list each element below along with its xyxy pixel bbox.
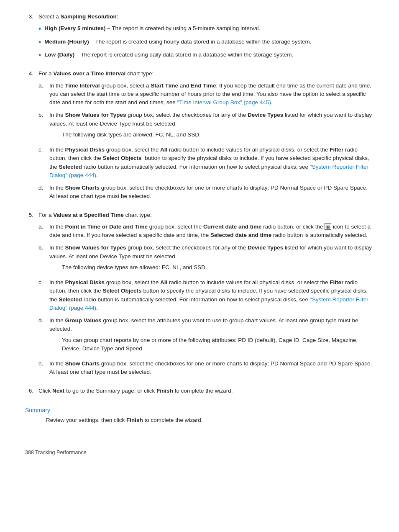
sub-label: c. xyxy=(38,278,45,312)
sub-content: In the Time Interval group box, select a… xyxy=(49,82,374,107)
summary-heading: Summary xyxy=(25,407,374,414)
list-item-6: 6. Click Next to go to the Summary page,… xyxy=(25,387,374,395)
sub-content: In the Show Values for Types group box, … xyxy=(49,111,374,141)
list-item-3: 3. Select a Sampling Resolution: • High … xyxy=(25,13,374,64)
sub-content: In the Show Values for Types group box, … xyxy=(49,244,374,274)
list-content-6: Click Next to go to the Summary page, or… xyxy=(38,387,374,395)
sub-content: In the Physical Disks group box, select … xyxy=(49,146,374,180)
list-num-4: 4. xyxy=(25,69,33,205)
list-content-4: For a Values over a Time Interval chart … xyxy=(38,69,374,205)
sub-content: In the Physical Disks group box, select … xyxy=(49,278,374,312)
list-content-5: For a Values at a Specified Time chart t… xyxy=(38,211,374,381)
list-num-3: 3. xyxy=(25,13,33,64)
item4-subitems: a. In the Time Interval group box, selec… xyxy=(38,82,374,201)
sub-label: b. xyxy=(38,244,45,274)
item5b-extra: The following device types are allowed: … xyxy=(62,263,374,272)
list-item-5: 5. For a Values at a Specified Time char… xyxy=(25,211,374,381)
sub-label: e. xyxy=(38,360,45,377)
item5-intro: For a Values at a Specified Time chart t… xyxy=(38,212,152,218)
bullet-icon: • xyxy=(38,38,41,47)
list-item: e. In the Show Charts group box, select … xyxy=(38,360,374,377)
summary-body: Review your settings, then click Finish … xyxy=(46,416,374,424)
list-num-6: 6. xyxy=(25,387,33,395)
sub-label: a. xyxy=(38,223,45,240)
item5b-text: In the Show Values for Types group box, … xyxy=(49,244,372,259)
list-content-3: Select a Sampling Resolution: • High (Ev… xyxy=(38,13,374,64)
item3-intro: Select a Sampling Resolution: xyxy=(38,13,118,20)
time-interval-link[interactable]: "Time Interval Group Box" (page 445) xyxy=(177,99,271,105)
item6-text: Click Next to go to the Summary page, or… xyxy=(38,388,233,394)
sub-label: b. xyxy=(38,111,45,141)
sub-label: d. xyxy=(38,184,45,201)
page-footer: 388 Tracking Performance xyxy=(25,450,374,455)
list-num-5: 5. xyxy=(25,211,33,381)
item4b-text: In the Show Values for Types group box, … xyxy=(49,112,372,126)
summary-section: Summary Review your settings, then click… xyxy=(25,407,374,424)
list-item: • Medium (Hourly) – The report is create… xyxy=(38,38,374,47)
bullet-icon: • xyxy=(38,24,41,34)
item4b-extra: The following disk types are allowed: FC… xyxy=(62,131,374,139)
list-item: • High (Every 5 minutes) – The report is… xyxy=(38,24,374,34)
sub-content: In the Point in Time or Date and Time gr… xyxy=(49,223,374,240)
item4-intro: For a Values over a Time Interval chart … xyxy=(38,70,153,77)
sampling-resolution-bullets: • High (Every 5 minutes) – The report is… xyxy=(38,24,374,60)
item5-subitems: a. In the Point in Time or Date and Time… xyxy=(38,223,374,377)
sub-label: c. xyxy=(38,146,45,180)
item5d-text: In the Group Values group box, select th… xyxy=(49,317,358,332)
bullet-text: Low (Daily) – The report is created usin… xyxy=(44,51,374,60)
list-item-4: 4. For a Values over a Time Interval cha… xyxy=(25,69,374,205)
system-reporter-filter-link-4c[interactable]: "System Reporter Filter Dialog" (page 44… xyxy=(49,164,368,178)
list-item: a. In the Time Interval group box, selec… xyxy=(38,82,374,107)
list-item: c. In the Physical Disks group box, sele… xyxy=(38,146,374,180)
system-reporter-filter-link-5c[interactable]: "System Reporter Filter Dialog" (page 44… xyxy=(49,296,368,311)
list-item: b. In the Show Values for Types group bo… xyxy=(38,111,374,141)
list-item: d. In the Group Values group box, select… xyxy=(38,316,374,355)
footer-text: 388 Tracking Performance xyxy=(25,450,87,455)
calendar-icon: ▦ xyxy=(325,223,331,230)
sub-label: d. xyxy=(38,316,45,355)
list-item: a. In the Point in Time or Date and Time… xyxy=(38,223,374,240)
list-item: d. In the Show Charts group box, select … xyxy=(38,184,374,201)
list-item: b. In the Show Values for Types group bo… xyxy=(38,244,374,274)
list-item: c. In the Physical Disks group box, sele… xyxy=(38,278,374,312)
bullet-icon: • xyxy=(38,51,41,60)
bullet-text: Medium (Hourly) – The report is created … xyxy=(44,38,374,47)
item5d-extra: You can group chart reports by one or mo… xyxy=(62,336,374,353)
sub-label: a. xyxy=(38,82,45,107)
sub-content: In the Show Charts group box, select the… xyxy=(49,360,374,377)
list-item: • Low (Daily) – The report is created us… xyxy=(38,51,374,60)
bullet-text: High (Every 5 minutes) – The report is c… xyxy=(44,24,374,34)
page-content: 3. Select a Sampling Resolution: • High … xyxy=(25,13,374,455)
sub-content: In the Group Values group box, select th… xyxy=(49,316,374,355)
sub-content: In the Show Charts group box, select the… xyxy=(49,184,374,201)
